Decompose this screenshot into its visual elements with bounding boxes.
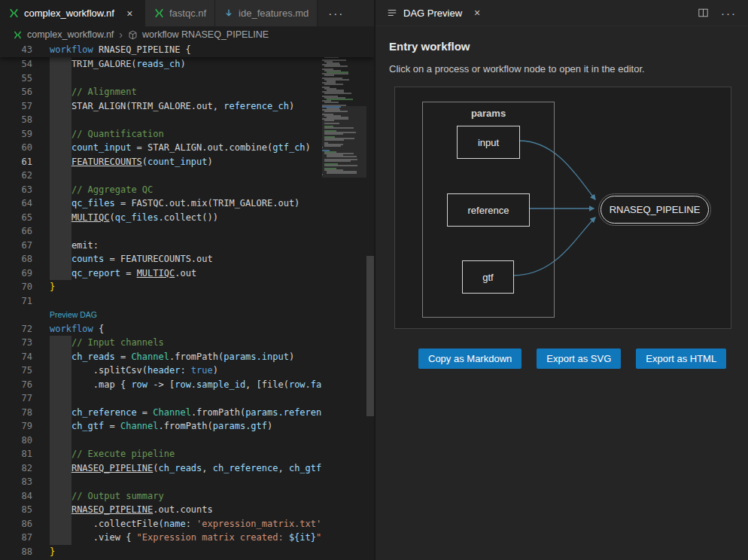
code-text: .map { row -> [row.sample_id, [file(row.… [41, 378, 374, 392]
tab-dag-preview[interactable]: DAG Preview × [376, 0, 491, 26]
code-line[interactable]: 54 TRIM_GALORE(reads_ch) [0, 57, 374, 72]
minimap-slider[interactable] [322, 106, 366, 178]
code-line[interactable]: 67 emit: [0, 239, 374, 253]
code-line[interactable]: 88} [0, 545, 374, 559]
code-line[interactable]: 72workflow { [0, 322, 374, 336]
code-line[interactable]: 81 // Execute pipeline [0, 447, 374, 461]
dag-node-gtf[interactable]: gtf [462, 260, 514, 294]
line-number: 57 [0, 99, 41, 114]
breadcrumb-separator: › [119, 29, 123, 41]
code-text: qc_report = MULTIQC.out [41, 266, 374, 281]
code-line[interactable]: 66 [0, 224, 374, 239]
code-line[interactable]: 58 [0, 113, 374, 127]
dag-preview-panel: DAG Preview × ··· Entry workflow Click o… [374, 0, 748, 560]
line-number: 43 [0, 43, 41, 57]
panel-heading: Entry workflow [389, 40, 734, 53]
panel-tab-label: DAG Preview [403, 8, 462, 19]
copy-as-markdown-button[interactable]: Copy as Markdown [418, 348, 521, 369]
more-tabs-icon[interactable]: ··· [318, 0, 354, 26]
code-text: RNASEQ_PIPELINE(ch_reads, ch_reference, … [41, 461, 374, 476]
line-number: 87 [0, 531, 41, 545]
code-text: // Aggregate QC [41, 183, 374, 197]
line-number: 85 [0, 503, 41, 517]
editor-group: complex_workflow.nf × fastqc.nf ide_feat… [0, 0, 374, 560]
code-line[interactable]: 79 ch_gtf = Channel.fromPath(params.gtf) [0, 419, 374, 434]
code-lines[interactable]: 54 TRIM_GALORE(reads_ch)5556 // Alignmen… [0, 57, 374, 560]
code-line[interactable]: 86 .collectFile(name: 'expression_matrix… [0, 517, 374, 531]
code-line[interactable]: 70} [0, 280, 374, 294]
line-number: 58 [0, 113, 41, 127]
dag-node-input[interactable]: input [457, 126, 520, 159]
code-line[interactable]: 84 // Output summary [0, 489, 374, 504]
code-line[interactable]: 60 count_input = STAR_ALIGN.out.combine(… [0, 141, 374, 155]
code-line[interactable]: 71 [0, 294, 374, 309]
code-line[interactable]: 68 counts = FEATURECOUNTS.out [0, 252, 374, 266]
code-text: Preview DAG [41, 308, 374, 322]
vertical-scrollbar[interactable] [366, 256, 374, 416]
line-number: 72 [0, 322, 41, 336]
code-line[interactable]: 61 FEATURECOUNTS(count_input) [0, 155, 374, 169]
dag-node-reference[interactable]: reference [447, 193, 530, 227]
line-number: 63 [0, 183, 41, 197]
code-editor[interactable]: 43 workflow RNASEQ_PIPELINE { 54 TRIM_GA… [0, 43, 374, 560]
codelens[interactable]: Preview DAG [0, 308, 374, 322]
editor-tabbar: complex_workflow.nf × fastqc.nf ide_feat… [0, 0, 374, 26]
line-number: 78 [0, 406, 41, 420]
line-number: 56 [0, 85, 41, 99]
close-icon[interactable]: × [471, 7, 483, 19]
dag-node-rnaseq-pipeline[interactable]: RNASEQ_PIPELINE [601, 196, 709, 224]
tab-complex-workflow[interactable]: complex_workflow.nf × [0, 0, 145, 26]
code-line[interactable]: 83 [0, 475, 374, 489]
line-number: 82 [0, 461, 41, 476]
code-line[interactable]: 77 [0, 391, 374, 406]
breadcrumb-symbol[interactable]: workflow RNASEQ_PIPELINE [142, 29, 269, 40]
code-line[interactable]: 55 [0, 72, 374, 86]
code-line[interactable]: 78 ch_reference = Channel.fromPath(param… [0, 406, 374, 420]
code-text [41, 294, 374, 309]
code-line[interactable]: 59 // Quantification [0, 127, 374, 142]
export-buttons: Copy as Markdown Export as SVG Export as… [418, 348, 734, 369]
line-number: 59 [0, 127, 41, 142]
code-text [41, 224, 374, 239]
sticky-scroll-line[interactable]: 43 workflow RNASEQ_PIPELINE { [0, 43, 374, 57]
nextflow-icon [13, 30, 23, 40]
line-number: 74 [0, 350, 41, 364]
code-line[interactable]: 63 // Aggregate QC [0, 183, 374, 197]
line-number: 54 [0, 57, 41, 72]
code-line[interactable]: 65 MULTIQC(qc_files.collect()) [0, 211, 374, 225]
close-icon[interactable]: × [123, 8, 136, 20]
code-line[interactable]: 74 ch_reads = Channel.fromPath(params.in… [0, 350, 374, 364]
dag-group-params: params input reference gtf [422, 102, 555, 318]
code-line[interactable]: 62 [0, 169, 374, 183]
breadcrumb-file[interactable]: complex_workflow.nf [27, 29, 114, 40]
breadcrumb: complex_workflow.nf › workflow RNASEQ_PI… [0, 26, 374, 43]
code-line[interactable]: 82 RNASEQ_PIPELINE(ch_reads, ch_referenc… [0, 461, 374, 476]
line-number: 69 [0, 266, 41, 281]
code-line[interactable]: 75 .splitCsv(header: true) [0, 364, 374, 378]
code-line[interactable]: 80 [0, 434, 374, 448]
line-number: 75 [0, 364, 41, 378]
code-line[interactable]: 69 qc_report = MULTIQC.out [0, 266, 374, 281]
tab-ide-features[interactable]: ide_features.md [215, 0, 318, 26]
code-line[interactable]: 64 qc_files = FASTQC.out.mix(TRIM_GALORE… [0, 196, 374, 211]
code-line[interactable]: 56 // Alignment [0, 85, 374, 99]
export-as-html-button[interactable]: Export as HTML [636, 348, 726, 369]
code-text: .view { "Expression matrix created: ${it… [41, 531, 374, 545]
code-line[interactable]: 57 STAR_ALIGN(TRIM_GALORE.out, reference… [0, 99, 374, 114]
panel-actions: ··· [698, 7, 748, 20]
tab-fastqc[interactable]: fastqc.nf [145, 0, 215, 26]
code-text: emit: [41, 239, 374, 253]
code-line[interactable]: 73 // Input channels [0, 336, 374, 350]
code-text: workflow { [41, 322, 374, 336]
line-number: 81 [0, 447, 41, 461]
code-line[interactable]: 76 .map { row -> [row.sample_id, [file(r… [0, 378, 374, 392]
code-line[interactable]: 87 .view { "Expression matrix created: $… [0, 531, 374, 545]
code-line[interactable]: 85 RNASEQ_PIPELINE.out.counts [0, 503, 374, 517]
code-text: // Input channels [41, 336, 374, 350]
export-as-svg-button[interactable]: Export as SVG [537, 348, 621, 369]
split-editor-icon[interactable] [698, 8, 709, 18]
dag-group-label: params [423, 108, 554, 119]
code-text: } [41, 280, 374, 294]
code-text [41, 475, 374, 489]
more-actions-icon[interactable]: ··· [721, 7, 737, 20]
